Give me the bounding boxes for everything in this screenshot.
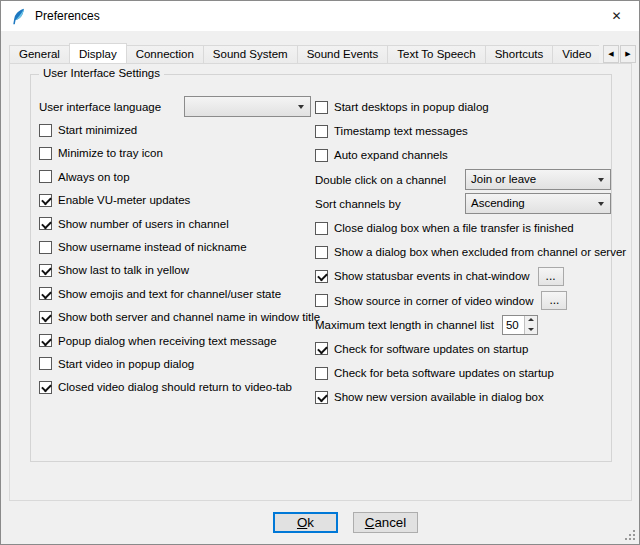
checkbox-box[interactable] (315, 342, 328, 355)
left-column: User interface language Start minimized … (39, 95, 311, 399)
row-video-source-corner: Show source in corner of video window ..… (315, 289, 611, 313)
language-label: User interface language (39, 101, 161, 113)
language-combobox[interactable] (184, 96, 311, 117)
checkbox-box[interactable] (315, 391, 328, 404)
checkbox-box[interactable] (39, 217, 52, 230)
checkbox-box[interactable] (39, 311, 52, 324)
checkbox-box[interactable] (39, 194, 52, 207)
tab-sound-system[interactable]: Sound System (203, 45, 298, 63)
checkbox-show-emojis-text-state[interactable]: Show emojis and text for channel/user st… (39, 282, 311, 305)
checkbox-check-beta-updates[interactable]: Check for beta software updates on start… (315, 361, 611, 385)
checkbox-label: Show statusbar events in chat-window (334, 270, 530, 282)
row-user-interface-language: User interface language (39, 95, 311, 118)
checkbox-label: Show new version available in dialog box (334, 391, 544, 403)
tab-label: Shortcuts (495, 48, 544, 60)
video-source-browse-button[interactable]: ... (541, 291, 567, 310)
combobox-value: Ascending (466, 194, 610, 213)
spinner-buttons (524, 316, 537, 334)
spin-down-button[interactable] (525, 325, 537, 334)
max-text-length-spinbox[interactable] (502, 315, 538, 335)
checkbox-enable-vu-meter-updates[interactable]: Enable VU-meter updates (39, 189, 311, 212)
chevron-down-icon (598, 178, 604, 182)
title-bar[interactable]: Preferences ✕ (1, 1, 639, 31)
checkbox-auto-expand-channels[interactable]: Auto expand channels (315, 143, 611, 167)
checkbox-box[interactable] (39, 334, 52, 347)
tab-sound-events[interactable]: Sound Events (297, 45, 389, 63)
checkbox-box[interactable] (39, 147, 52, 160)
ok-rest: k (307, 515, 314, 530)
checkbox-minimize-to-tray-icon[interactable]: Minimize to tray icon (39, 142, 311, 165)
tab-label: General (19, 48, 60, 60)
checkbox-box[interactable] (39, 241, 52, 254)
checkbox-box[interactable] (39, 357, 52, 370)
tab-scroll-right-button[interactable]: ▶ (620, 45, 636, 63)
spin-up-button[interactable] (525, 316, 537, 325)
checkbox-box[interactable] (315, 367, 328, 380)
checkbox-dialog-when-excluded[interactable]: Show a dialog box when excluded from cha… (315, 240, 611, 264)
app-icon (10, 8, 27, 25)
arrow-left-icon: ◀ (608, 50, 613, 58)
checkbox-label: Show number of users in channel (58, 218, 229, 230)
checkbox-always-on-top[interactable]: Always on top (39, 165, 311, 188)
checkbox-label: Show last to talk in yellow (58, 264, 189, 276)
checkbox-label: Timestamp text messages (334, 125, 468, 137)
display-tab-pane: User Interface Settings User interface l… (9, 63, 632, 501)
checkbox-close-dialog-file-transfer[interactable]: Close dialog box when a file transfer is… (315, 216, 611, 240)
checkbox-box[interactable] (315, 222, 328, 235)
checkbox-show-server-channel-in-title[interactable]: Show both server and channel name in win… (39, 306, 311, 329)
sort-channels-combobox[interactable]: Ascending (465, 193, 611, 214)
tab-label: Display (79, 48, 117, 60)
checkbox-label: Auto expand channels (334, 149, 448, 161)
checkbox-timestamp-text-messages[interactable]: Timestamp text messages (315, 119, 611, 143)
checkbox-start-video-popup[interactable]: Start video in popup dialog (39, 352, 311, 375)
close-button[interactable]: ✕ (594, 1, 639, 31)
checkbox-show-username-instead-nickname[interactable]: Show username instead of nickname (39, 235, 311, 258)
checkbox-popup-dialog-text-message[interactable]: Popup dialog when receiving text message (39, 329, 311, 352)
tab-scroll-left-button[interactable]: ◀ (603, 45, 619, 63)
checkbox-box[interactable] (315, 101, 328, 114)
checkbox-show-new-version-dialog[interactable]: Show new version available in dialog box (315, 385, 611, 409)
checkbox-label: Minimize to tray icon (58, 147, 163, 159)
checkbox-video-source-corner[interactable] (315, 294, 328, 307)
ok-button[interactable]: Ok (273, 512, 338, 533)
checkbox-label: Check for software updates on startup (334, 343, 528, 355)
checkbox-box[interactable] (39, 381, 52, 394)
checkbox-statusbar-events[interactable] (315, 270, 328, 283)
resize-grip[interactable] (624, 529, 637, 542)
chevron-down-icon (598, 202, 604, 206)
checkbox-label: Popup dialog when receiving text message (58, 335, 277, 347)
checkbox-label: Show a dialog box when excluded from cha… (334, 246, 626, 258)
checkbox-check-software-updates[interactable]: Check for software updates on startup (315, 337, 611, 361)
max-text-length-value[interactable] (503, 316, 523, 334)
checkbox-box[interactable] (39, 287, 52, 300)
checkbox-box[interactable] (39, 170, 52, 183)
checkbox-box[interactable] (39, 124, 52, 137)
tab-shortcuts[interactable]: Shortcuts (485, 45, 554, 63)
checkbox-box[interactable] (315, 246, 328, 259)
tab-connection[interactable]: Connection (126, 45, 204, 63)
tab-text-to-speech[interactable]: Text To Speech (387, 45, 485, 63)
double-click-combobox[interactable]: Join or leave (465, 169, 611, 190)
max-text-length-label: Maximum text length in channel list (315, 319, 494, 331)
checkbox-box[interactable] (315, 149, 328, 162)
checkbox-label: Show username instead of nickname (58, 241, 247, 253)
checkbox-show-number-of-users[interactable]: Show number of users in channel (39, 212, 311, 235)
checkbox-start-minimized[interactable]: Start minimized (39, 118, 311, 141)
close-icon: ✕ (611, 9, 621, 23)
window-title: Preferences (35, 9, 100, 23)
checkbox-box[interactable] (315, 125, 328, 138)
cancel-button[interactable]: Cancel (353, 512, 418, 533)
checkbox-start-desktops-popup[interactable]: Start desktops in popup dialog (315, 95, 611, 119)
checkbox-show-last-to-talk-yellow[interactable]: Show last to talk in yellow (39, 259, 311, 282)
checkbox-label: Enable VU-meter updates (58, 194, 190, 206)
checkbox-closed-video-return-tab[interactable]: Closed video dialog should return to vid… (39, 376, 311, 399)
tab-label: Text To Speech (397, 48, 475, 60)
tab-video[interactable]: Video (552, 45, 599, 63)
tab-general[interactable]: General (9, 45, 70, 63)
tab-label: Sound Events (307, 48, 379, 60)
tab-display[interactable]: Display (69, 43, 127, 63)
statusbar-events-browse-button[interactable]: ... (538, 267, 564, 286)
checkbox-box[interactable] (39, 264, 52, 277)
checkbox-label: Show source in corner of video window (334, 295, 533, 307)
checkbox-label: Start desktops in popup dialog (334, 101, 489, 113)
